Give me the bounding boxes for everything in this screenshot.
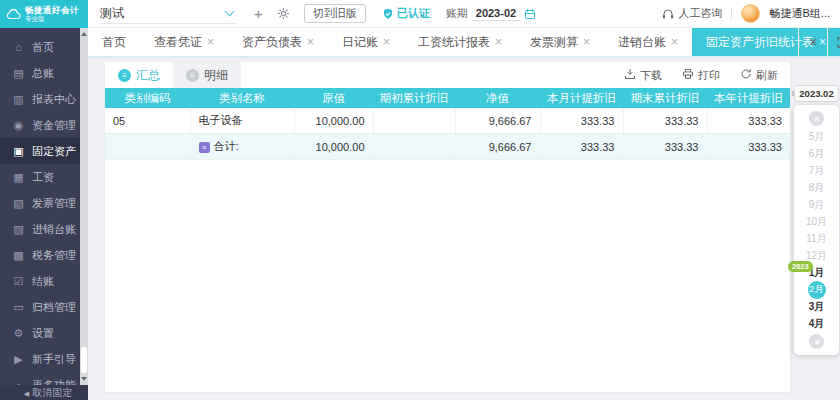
sidebar-item[interactable]: ▧ 发票管理: [0, 190, 88, 216]
scroll-down-icon[interactable]: [81, 377, 87, 381]
sidebar-item[interactable]: ▭ 归档管理: [0, 294, 88, 320]
sidebar-item[interactable]: ▩ 税务管理: [0, 242, 88, 268]
document-tab[interactable]: 首页: [88, 28, 140, 56]
total-icon: [199, 142, 210, 153]
calendar-icon[interactable]: [524, 8, 536, 20]
tab-close-icon[interactable]: [207, 36, 214, 48]
month-option[interactable]: 2月: [794, 281, 839, 298]
accounting-period: 账期 2023-02: [446, 6, 536, 21]
certified-label: 已认证: [397, 6, 430, 21]
scrollbar-thumb[interactable]: [81, 347, 87, 373]
document-tab[interactable]: 查看凭证: [140, 28, 228, 56]
month-option[interactable]: 4月: [794, 315, 839, 332]
table-row[interactable]: 05电子设备10,000.009,666.67333.33333.33333.3…: [105, 108, 790, 134]
switch-old-version-button[interactable]: 切到旧版: [304, 4, 366, 23]
sidebar-item[interactable]: ◉ 资金管理: [0, 112, 88, 138]
sidebar-item[interactable]: ▤ 总账: [0, 60, 88, 86]
table-cell: 10,000.00: [294, 108, 373, 134]
document-tab[interactable]: 发票测算: [516, 28, 604, 56]
sidebar-item[interactable]: ☑ 结账: [0, 268, 88, 294]
month-label: 10月: [806, 215, 827, 229]
sidebar-item[interactable]: ▨ 进销台账: [0, 216, 88, 242]
table-cell: 电子设备: [190, 108, 294, 134]
sidebar-scrollbar[interactable]: [80, 28, 88, 385]
depreciation-table: 类别编码类别名称原值期初累计折旧净值本月计提折旧期末累计折旧本年计提折旧 05电…: [105, 88, 790, 160]
expand-icon[interactable]: [827, 28, 840, 56]
toolbar-label: 打印: [698, 68, 720, 83]
month-option[interactable]: 3月: [794, 298, 839, 315]
document-tab[interactable]: 日记账: [328, 28, 404, 56]
period-value[interactable]: 2023-02: [473, 7, 519, 21]
sidebar-item[interactable]: ⚙ 设置: [0, 320, 88, 346]
sidebar-item-icon: ▤: [12, 67, 25, 80]
unpin-sidebar-button[interactable]: 取消固定: [0, 385, 96, 400]
sidebar-item-icon: ◉: [12, 119, 25, 132]
add-icon[interactable]: [254, 6, 263, 21]
sidebar-item-label: 总账: [32, 66, 54, 81]
month-picker-current[interactable]: 2023.02: [794, 85, 839, 102]
username[interactable]: 畅捷通B组...: [769, 6, 830, 21]
sidebar-item-label: 固定资产: [32, 144, 76, 159]
account-set-name: 测试: [100, 5, 124, 22]
sidebar-item[interactable]: ▥ 报表中心: [0, 86, 88, 112]
table-cell: 333.33: [707, 134, 790, 160]
toolbar-button[interactable]: 打印: [682, 68, 720, 83]
subtab-icon: ≡: [118, 69, 131, 82]
sidebar-item[interactable]: ▫ 更多功能: [0, 372, 88, 385]
month-label: 8月: [809, 181, 825, 195]
certified-badge: 已认证: [382, 6, 430, 21]
sidebar-item-label: 进销台账: [32, 222, 76, 237]
subtab-label: 明细: [204, 67, 228, 84]
view-subtab[interactable]: ≡ 明细: [173, 62, 241, 88]
document-tab[interactable]: 资产负债表: [228, 28, 328, 56]
tab-close-icon[interactable]: [671, 36, 678, 48]
sidebar-item[interactable]: ⌂ 首页: [0, 34, 88, 60]
document-tab[interactable]: 工资统计报表: [404, 28, 516, 56]
document-tab[interactable]: 进销台账: [604, 28, 692, 56]
view-subtab[interactable]: ≡ 汇总: [105, 62, 173, 88]
toolbar-button[interactable]: 刷新: [740, 68, 778, 83]
headset-icon: [662, 8, 674, 20]
table-cell: [105, 134, 190, 160]
tab-close-icon[interactable]: [307, 36, 314, 48]
table-cell: 合计:: [190, 134, 294, 160]
sidebar-item-icon: ⌂: [12, 41, 25, 53]
month-label: 9月: [809, 198, 825, 212]
shield-icon: [382, 8, 394, 20]
column-header: 期末累计折旧: [623, 88, 707, 108]
sidebar-item[interactable]: ▣ 固定资产: [0, 138, 88, 164]
table-cell: 333.33: [540, 108, 623, 134]
tab-close-icon[interactable]: [383, 36, 390, 48]
sidebar-item-label: 资金管理: [32, 118, 76, 133]
report-panel-header: ≡ 汇总 ≡ 明细 下载 打印 刷新: [105, 62, 790, 88]
sidebar-item-icon: ▭: [12, 301, 25, 314]
sidebar-item-label: 税务管理: [32, 248, 76, 263]
sidebar-item-icon: ▨: [12, 223, 25, 236]
months-scroll-down-icon[interactable]: [809, 334, 824, 349]
months-scroll-up-icon[interactable]: [809, 111, 824, 126]
subtab-icon: ≡: [186, 69, 199, 82]
column-header: 净值: [455, 88, 540, 108]
toolbar-button[interactable]: 下载: [624, 68, 662, 83]
sidebar-item[interactable]: ▦ 工资: [0, 164, 88, 190]
avatar[interactable]: [741, 4, 760, 23]
sidebar-item-label: 设置: [32, 326, 54, 341]
sidebar-item-label: 工资: [32, 170, 54, 185]
table-cell: 333.33: [540, 134, 623, 160]
human-support-link[interactable]: 人工咨询: [662, 6, 722, 21]
month-option: 9月: [794, 196, 839, 213]
sidebar-item[interactable]: ▶ 新手引导: [0, 346, 88, 372]
account-set-select[interactable]: 测试: [100, 3, 236, 24]
month-options: 5月 6月 7月 8月 9月 10月 11月 12月: [794, 128, 839, 332]
cloud-logo-icon: [6, 9, 21, 20]
scroll-up-icon[interactable]: [81, 32, 87, 36]
month-option: 11月: [794, 230, 839, 247]
tab-close-icon[interactable]: [495, 36, 502, 48]
sidebar-item-icon: ▩: [12, 249, 25, 262]
column-header: 类别编码: [105, 88, 190, 108]
close-all-tabs-icon[interactable]: [798, 28, 827, 56]
gear-icon[interactable]: [277, 7, 290, 20]
tab-label: 查看凭证: [154, 34, 202, 51]
tab-close-icon[interactable]: [583, 36, 590, 48]
table-cell: 333.33: [707, 108, 790, 134]
